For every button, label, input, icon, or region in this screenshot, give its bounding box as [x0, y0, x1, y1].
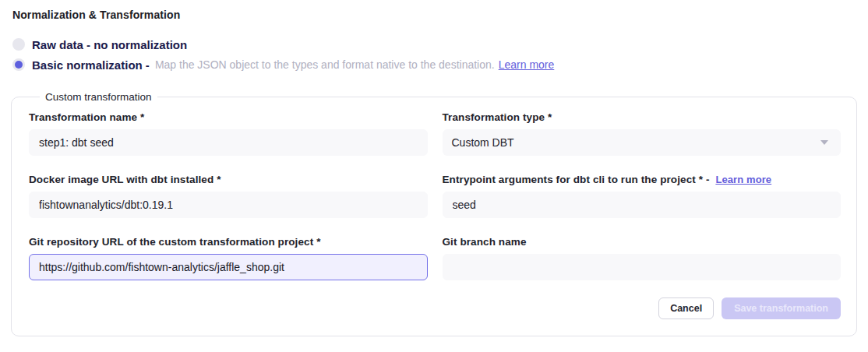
cancel-button[interactable]: Cancel	[658, 297, 714, 319]
radio-selected-icon[interactable]	[12, 58, 25, 71]
page-title: Normalization & Transformation	[12, 9, 857, 21]
field-entrypoint-arguments: Entrypoint arguments for dbt cli to run …	[443, 174, 842, 218]
normalization-radio-group: Raw data - no normalization Basic normal…	[12, 34, 857, 75]
field-git-branch-name: Git branch name	[443, 236, 842, 280]
save-transformation-button[interactable]: Save transformation	[722, 297, 841, 319]
radio-option-basic-normalization-label: Basic normalization -	[32, 58, 150, 72]
chevron-down-icon	[820, 140, 828, 145]
docker-image-label: Docker image URL with dbt installed *	[29, 174, 428, 185]
radio-option-basic-normalization[interactable]: Basic normalization - Map the JSON objec…	[12, 55, 857, 75]
transformation-type-selected-value: Custom DBT	[452, 136, 514, 149]
custom-transformation-form: Transformation name * Transformation typ…	[29, 111, 841, 280]
docker-image-input[interactable]	[29, 192, 428, 218]
transformation-type-select[interactable]: Custom DBT	[443, 129, 842, 156]
entrypoint-arguments-input[interactable]	[443, 192, 842, 218]
entrypoint-learn-more-link[interactable]: Learn more	[715, 174, 771, 185]
git-branch-name-input[interactable]	[443, 254, 842, 280]
field-git-repository-url: Git repository URL of the custom transfo…	[29, 236, 428, 280]
entrypoint-arguments-label-text: Entrypoint arguments for dbt cli to run …	[443, 174, 710, 185]
transformation-name-label: Transformation name *	[29, 111, 428, 123]
transformation-name-input[interactable]	[29, 129, 428, 156]
radio-option-raw-data-label: Raw data - no normalization	[32, 38, 187, 51]
transformation-type-label: Transformation type *	[443, 111, 842, 123]
custom-transformation-fieldset: Custom transformation Transformation nam…	[11, 91, 857, 336]
entrypoint-arguments-label: Entrypoint arguments for dbt cli to run …	[443, 174, 842, 185]
radio-option-raw-data[interactable]: Raw data - no normalization	[12, 34, 857, 55]
custom-transformation-legend: Custom transformation	[40, 91, 157, 103]
git-repository-url-label: Git repository URL of the custom transfo…	[29, 236, 428, 248]
form-actions: Cancel Save transformation	[29, 297, 841, 319]
basic-normalization-description: Map the JSON object to the types and for…	[155, 58, 495, 71]
normalization-settings-page: Normalization & Transformation Raw data …	[0, 0, 868, 336]
field-transformation-type: Transformation type * Custom DBT	[443, 111, 842, 156]
field-docker-image: Docker image URL with dbt installed *	[29, 174, 428, 218]
basic-normalization-learn-more-link[interactable]: Learn more	[499, 58, 555, 71]
field-transformation-name: Transformation name *	[29, 111, 428, 156]
git-repository-url-input[interactable]	[29, 254, 428, 280]
radio-unselected-icon[interactable]	[12, 38, 25, 51]
git-branch-name-label: Git branch name	[443, 236, 842, 248]
